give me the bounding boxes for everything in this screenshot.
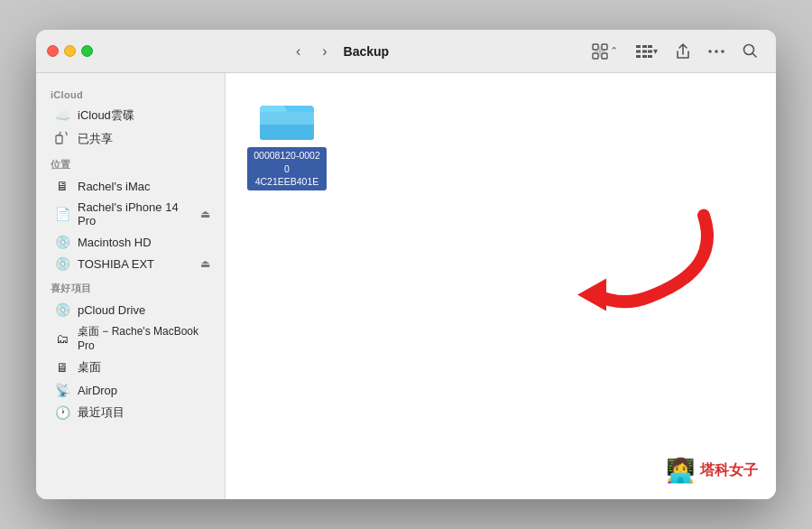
folder-icon: 🗂 [54,331,70,346]
search-button[interactable] [737,41,763,61]
svg-rect-3 [602,53,607,59]
toolbar-center: ‹ › Backup [93,42,586,61]
svg-marker-21 [577,279,606,311]
watermark-emoji: 👩‍💻 [666,457,695,485]
folder-icon-svg [258,95,316,144]
eject-toshiba-icon[interactable]: ⏏ [200,257,210,270]
icloud-section-label: iCloud [36,82,225,104]
folder-item[interactable]: 00008120-000204C21EEB401E [247,95,327,190]
pcloud-icon: 💿 [54,302,70,317]
svg-rect-11 [642,55,647,58]
desktop-icon: 🖥 [54,360,70,375]
sidebar-item-shared[interactable]: 已共享 [40,127,221,151]
svg-rect-17 [56,135,62,144]
svg-rect-10 [636,55,641,58]
imac-icon: 🖥 [54,179,70,193]
svg-point-13 [708,50,712,53]
more-button[interactable] [703,46,730,57]
sidebar-item-airdrop[interactable]: 📡 AirDrop [40,379,221,401]
ext-hd-icon: 💿 [54,256,70,271]
svg-rect-20 [260,112,314,125]
svg-rect-7 [636,50,641,52]
sidebar-item-desktop[interactable]: 🖥 桌面 [40,356,221,379]
toolbar-right: ⌃ ▾ [586,41,776,62]
sidebar-item-recents[interactable]: 🕐 最近項目 [40,401,221,424]
sidebar: iCloud ☁️ iCloud雲碟 已共享 位置 🖥 Rachel's iMa… [36,73,226,499]
titlebar: ‹ › Backup ⌃ [36,30,776,73]
share-button[interactable] [670,41,696,62]
forward-button[interactable]: › [317,42,332,61]
sidebar-item-rachel-iphone[interactable]: 📄 Rachel's iPhone 14 Pro ⏏ [40,197,221,231]
folder-label: 00008120-000204C21EEB401E [247,147,327,190]
svg-rect-5 [642,45,647,48]
view-options-button[interactable]: ▾ [631,42,663,60]
window-title: Backup [344,44,390,59]
close-button[interactable] [47,45,59,57]
finder-window: ‹ › Backup ⌃ [36,30,776,499]
svg-rect-1 [602,44,607,50]
iphone-icon: 📄 [54,207,70,221]
svg-rect-4 [636,45,641,48]
main-content: 00008120-000204C21EEB401E 👩‍💻 塔科女子 [226,73,776,499]
maximize-button[interactable] [81,45,93,57]
watermark-text: 塔科女子 [700,461,758,480]
minimize-button[interactable] [64,45,76,57]
svg-rect-12 [648,55,652,58]
view-icon-grid-button[interactable]: ⌃ [586,41,623,62]
shared-icon [54,132,70,147]
sidebar-item-icloud-drive[interactable]: ☁️ iCloud雲碟 [40,104,221,127]
folder-area: 00008120-000204C21EEB401E [226,73,776,212]
sidebar-item-desktop-macbook[interactable]: 🗂 桌面 − Rache's MacBook Pro [40,320,221,356]
sidebar-item-pcloud[interactable]: 💿 pCloud Drive [40,299,221,320]
svg-rect-9 [648,50,652,52]
eject-iphone-icon[interactable]: ⏏ [200,208,210,220]
hd-icon: 💿 [54,235,70,249]
favorites-section-label: 喜好項目 [36,274,225,299]
watermark: 👩‍💻 塔科女子 [666,457,758,485]
airdrop-icon: 📡 [54,383,70,397]
sidebar-item-macintosh-hd[interactable]: 💿 Macintosh HD [40,231,221,253]
recents-icon: 🕐 [54,405,70,420]
svg-point-15 [721,50,724,53]
svg-rect-8 [642,50,647,52]
traffic-lights [36,45,93,57]
arrow-annotation [559,198,722,346]
body: iCloud ☁️ iCloud雲碟 已共享 位置 🖥 Rachel's iMa… [36,73,776,499]
sidebar-item-toshiba[interactable]: 💿 TOSHIBA EXT ⏏ [40,253,221,274]
locations-section-label: 位置 [36,151,225,175]
svg-rect-0 [593,44,598,50]
back-button[interactable]: ‹ [291,42,306,61]
svg-point-14 [715,50,718,53]
cloud-icon: ☁️ [54,108,70,123]
sidebar-item-rachel-imac[interactable]: 🖥 Rachel's iMac [40,175,221,197]
svg-rect-2 [593,53,598,59]
svg-rect-6 [648,45,652,48]
